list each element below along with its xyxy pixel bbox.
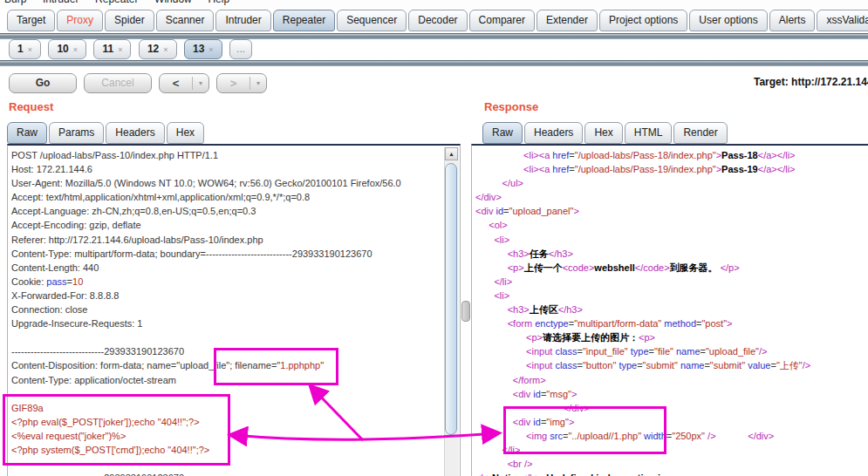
tab-scanner[interactable]: Scanner bbox=[156, 10, 215, 31]
response-tab-html[interactable]: HTML bbox=[625, 122, 673, 144]
next-request-button: >▾ bbox=[216, 73, 267, 93]
text-line: <li><a href="/upload-labs/Pass-18/index.… bbox=[475, 148, 868, 162]
request-tab-hex[interactable]: Hex bbox=[167, 122, 204, 144]
text-line: Content-Type: multipart/form-data; bound… bbox=[11, 247, 460, 261]
tab-decoder[interactable]: Decoder bbox=[408, 10, 467, 31]
response-tab-render[interactable]: Render bbox=[673, 122, 727, 144]
main-tab-bar: TargetProxySpiderScannerIntruderRepeater… bbox=[7, 10, 868, 31]
menu-items: Burp Intruder Repeater Window Help bbox=[4, 0, 229, 5]
text-line: Connection: close bbox=[11, 303, 460, 316]
panel-splitter-grip[interactable] bbox=[461, 301, 470, 322]
text-line: Accept-Encoding: gzip, deflate bbox=[11, 218, 460, 232]
repeater-tab-more[interactable]: ... bbox=[229, 39, 252, 59]
text-line: <input class="button" type="submit" name… bbox=[475, 358, 868, 372]
close-icon[interactable]: × bbox=[163, 45, 167, 54]
request-tab-params[interactable]: Params bbox=[49, 122, 104, 144]
close-icon[interactable]: × bbox=[28, 45, 32, 54]
tab-xssvalidator[interactable]: xssValidator bbox=[817, 10, 868, 31]
text-line: -----------------------------29393319012… bbox=[11, 471, 460, 476]
text-line: <b>Notice</b>: Undefined index: action i… bbox=[475, 471, 868, 476]
text-line: </div> bbox=[475, 190, 868, 204]
response-tab-hex[interactable]: Hex bbox=[584, 122, 622, 144]
tab-proxy[interactable]: Proxy bbox=[57, 10, 103, 31]
text-line bbox=[11, 330, 460, 344]
prev-request-button[interactable]: <▾ bbox=[159, 73, 209, 93]
tab-project-options[interactable]: Project options bbox=[599, 10, 687, 31]
text-line: <h3>任务</h3> bbox=[475, 247, 868, 261]
response-tab-raw[interactable]: Raw bbox=[482, 122, 523, 144]
tab-comparer[interactable]: Comparer bbox=[469, 10, 535, 31]
request-label: Request bbox=[9, 100, 53, 113]
repeater-tab-bar: 1× 10× 11× 12× 13× ... bbox=[9, 39, 256, 59]
prev-arrow-icon: < bbox=[160, 74, 192, 92]
repeater-tab-11[interactable]: 11× bbox=[93, 39, 131, 59]
repeater-tab-13[interactable]: 13× bbox=[184, 39, 222, 59]
tab-target[interactable]: Target bbox=[7, 10, 55, 31]
text-line: X-Forwarded-For: 8.8.8.8 bbox=[11, 289, 460, 303]
tab-user-options[interactable]: User options bbox=[689, 10, 767, 31]
response-tab-bar: RawHeadersHexHTMLRender bbox=[482, 122, 729, 144]
menu-bar[interactable]: Burp Intruder Repeater Window Help bbox=[0, 0, 868, 8]
request-scrollbar[interactable]: ▲ bbox=[444, 147, 459, 476]
text-line: <ol> bbox=[475, 218, 868, 232]
text-line: POST /upload-labs/Pass-10/index.php HTTP… bbox=[11, 148, 460, 162]
chevron-down-icon[interactable]: ▾ bbox=[250, 74, 266, 92]
text-line: <li> bbox=[475, 233, 868, 247]
go-button[interactable]: Go bbox=[9, 73, 77, 93]
burp-repeater-window: Burp Intruder Repeater Window Help Targe… bbox=[0, 0, 868, 476]
text-line: Cookie: pass=10 bbox=[11, 275, 460, 289]
text-line: Host: 172.21.144.6 bbox=[11, 162, 460, 176]
text-line: <div id="msg"> bbox=[475, 387, 868, 401]
repeater-tab-1[interactable]: 1× bbox=[9, 39, 41, 59]
filename-highlight-box bbox=[214, 348, 338, 385]
next-arrow-icon: > bbox=[217, 74, 249, 92]
response-tab-headers[interactable]: Headers bbox=[524, 122, 583, 144]
request-tab-bar: RawParamsHeadersHex bbox=[7, 122, 206, 144]
text-line: </form> bbox=[475, 373, 868, 387]
text-line: Accept-Language: zh-CN,zh;q=0.8,en-US;q=… bbox=[11, 204, 460, 218]
tab-intruder[interactable]: Intruder bbox=[215, 10, 270, 31]
request-tab-raw[interactable]: Raw bbox=[7, 122, 47, 144]
tab-separator-band bbox=[0, 33, 868, 39]
text-line: <li> bbox=[475, 289, 868, 303]
text-line: <h3>上传区</h3> bbox=[475, 303, 868, 316]
target-url-label: Target: http://172.21.144 bbox=[754, 76, 868, 88]
tab-extender[interactable]: Extender bbox=[537, 10, 598, 31]
text-line: </li> bbox=[475, 275, 868, 289]
text-line: <p>请选择要上传的图片：<p> bbox=[475, 330, 868, 344]
img-src-highlight-box bbox=[503, 406, 666, 454]
tab-separator-band bbox=[0, 60, 868, 66]
close-icon[interactable]: × bbox=[208, 45, 213, 54]
text-line: Upgrade-Insecure-Requests: 1 bbox=[11, 316, 460, 330]
repeater-tab-10[interactable]: 10× bbox=[48, 39, 86, 59]
text-line: Accept: text/html,application/xhtml+xml,… bbox=[11, 190, 460, 204]
text-line: <form enctype="multipart/form-data" meth… bbox=[475, 316, 868, 330]
text-line: </ul> bbox=[475, 176, 868, 190]
text-line: Referer: http://172.21.144.6/upload-labs… bbox=[11, 233, 460, 247]
cancel-button: Cancel bbox=[84, 73, 152, 93]
chevron-down-icon[interactable]: ▾ bbox=[193, 74, 208, 92]
tab-sequencer[interactable]: Sequencer bbox=[337, 10, 407, 31]
tab-spider[interactable]: Spider bbox=[105, 10, 154, 31]
request-scrollbar-thumb[interactable] bbox=[445, 163, 457, 435]
request-tab-headers[interactable]: Headers bbox=[106, 122, 164, 144]
text-line: <div id="upload_panel"> bbox=[475, 204, 868, 218]
text-line: Content-Length: 440 bbox=[11, 261, 460, 275]
text-line: <input class="input_file" type="file" na… bbox=[475, 344, 868, 358]
close-icon[interactable]: × bbox=[73, 45, 78, 54]
text-line: <p>上传一个<code>webshell</code>到服务器。 </p> bbox=[475, 261, 868, 275]
text-line: <br /> bbox=[475, 457, 868, 471]
text-line: <li><a href="/upload-labs/Pass-19/index.… bbox=[475, 162, 868, 176]
tab-repeater[interactable]: Repeater bbox=[273, 10, 335, 31]
payload-highlight-box bbox=[3, 394, 230, 466]
close-icon[interactable]: × bbox=[118, 45, 122, 54]
repeater-tab-12[interactable]: 12× bbox=[139, 39, 177, 59]
response-label: Response bbox=[484, 100, 538, 113]
text-line: User-Agent: Mozilla/5.0 (Windows NT 10.0… bbox=[11, 176, 460, 190]
tab-alerts[interactable]: Alerts bbox=[769, 10, 816, 31]
scroll-up-icon[interactable]: ▲ bbox=[445, 147, 458, 160]
